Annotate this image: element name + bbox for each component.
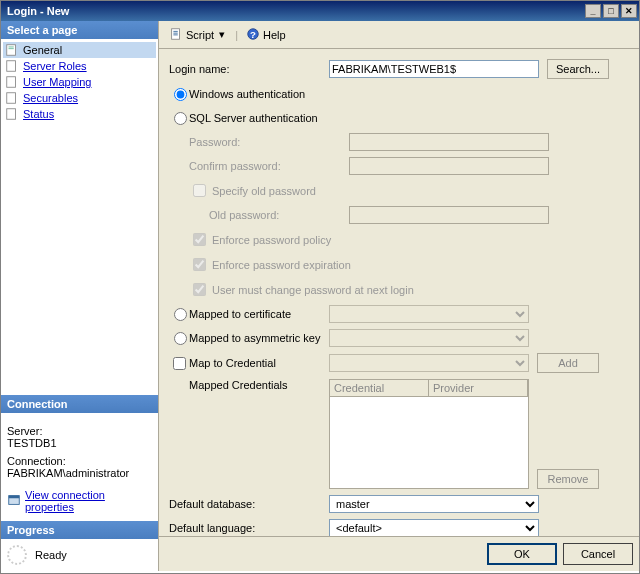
page-icon	[5, 59, 19, 73]
connection-label: Connection:	[7, 455, 152, 467]
svg-rect-6	[7, 109, 16, 120]
page-label: General	[23, 44, 62, 56]
password-label: Password:	[189, 136, 349, 148]
script-dropdown-icon[interactable]: ▾	[217, 28, 227, 41]
page-label: Securables	[23, 92, 78, 104]
svg-rect-8	[9, 496, 20, 499]
mapped-asym-select	[329, 329, 529, 347]
mapped-cert-label: Mapped to certificate	[189, 308, 329, 320]
enforce-policy-checkbox	[193, 233, 206, 246]
col-provider: Provider	[429, 380, 528, 396]
password-input	[349, 133, 549, 151]
mapped-cert-radio[interactable]	[174, 308, 187, 321]
cancel-button[interactable]: Cancel	[563, 543, 633, 565]
connection-header: Connection	[1, 395, 158, 413]
login-name-input[interactable]	[329, 60, 539, 78]
page-icon	[5, 107, 19, 121]
properties-icon	[7, 493, 21, 509]
enforce-expiration-label: Enforce password expiration	[212, 259, 351, 271]
svg-text:?: ?	[250, 28, 256, 39]
help-button[interactable]: ? Help	[242, 25, 290, 45]
server-label: Server:	[7, 425, 152, 437]
mapped-asym-radio[interactable]	[174, 332, 187, 345]
map-credential-label: Map to Credential	[189, 357, 329, 369]
svg-rect-2	[9, 48, 14, 49]
must-change-checkbox	[193, 283, 206, 296]
progress-spinner-icon	[7, 545, 27, 565]
maximize-button[interactable]: □	[603, 4, 619, 18]
remove-button: Remove	[537, 469, 599, 489]
page-icon	[5, 75, 19, 89]
page-icon	[5, 43, 19, 57]
page-label: Status	[23, 108, 54, 120]
add-button: Add	[537, 353, 599, 373]
login-name-label: Login name:	[169, 63, 329, 75]
specify-old-password-label: Specify old password	[212, 185, 316, 197]
enforce-expiration-checkbox	[193, 258, 206, 271]
page-icon	[5, 91, 19, 105]
windows-auth-label: Windows authentication	[189, 88, 305, 100]
old-password-label: Old password:	[209, 209, 349, 221]
mapped-cert-select	[329, 305, 529, 323]
map-credential-select	[329, 354, 529, 372]
view-connection-properties-link[interactable]: View connection properties	[25, 489, 152, 513]
mapped-credentials-grid: Credential Provider	[329, 379, 529, 489]
script-icon	[169, 27, 183, 43]
svg-rect-0	[7, 45, 16, 56]
page-item-user-mapping[interactable]: User Mapping	[3, 74, 156, 90]
page-label: Server Roles	[23, 60, 87, 72]
svg-rect-3	[7, 61, 16, 72]
col-credential: Credential	[330, 380, 429, 396]
window-title: Login - New	[7, 5, 585, 17]
search-button[interactable]: Search...	[547, 59, 609, 79]
enforce-policy-label: Enforce password policy	[212, 234, 331, 246]
page-item-general[interactable]: General	[3, 42, 156, 58]
progress-status: Ready	[35, 549, 67, 561]
minimize-button[interactable]: _	[585, 4, 601, 18]
sql-auth-radio[interactable]	[174, 112, 187, 125]
default-language-select[interactable]: <default>	[329, 519, 539, 536]
default-database-select[interactable]: master	[329, 495, 539, 513]
confirm-password-label: Confirm password:	[189, 160, 349, 172]
page-label: User Mapping	[23, 76, 91, 88]
select-page-header: Select a page	[1, 21, 158, 39]
page-item-server-roles[interactable]: Server Roles	[3, 58, 156, 74]
ok-button[interactable]: OK	[487, 543, 557, 565]
specify-old-password-checkbox	[193, 184, 206, 197]
script-button[interactable]: Script ▾	[165, 25, 231, 45]
progress-header: Progress	[1, 521, 158, 539]
server-value: TESTDB1	[7, 437, 152, 449]
default-language-label: Default language:	[169, 522, 329, 534]
svg-rect-9	[172, 28, 180, 39]
must-change-label: User must change password at next login	[212, 284, 414, 296]
confirm-password-input	[349, 157, 549, 175]
connection-value: FABRIKAM\administrator	[7, 467, 152, 479]
svg-rect-5	[7, 93, 16, 104]
title-bar: Login - New _ □ ✕	[1, 1, 639, 21]
sql-auth-label: SQL Server authentication	[189, 112, 318, 124]
page-item-status[interactable]: Status	[3, 106, 156, 122]
mapped-credentials-label: Mapped Credentials	[169, 379, 329, 391]
close-button[interactable]: ✕	[621, 4, 637, 18]
old-password-input	[349, 206, 549, 224]
mapped-asym-label: Mapped to asymmetric key	[189, 332, 329, 344]
svg-rect-4	[7, 77, 16, 88]
map-credential-checkbox[interactable]	[173, 357, 186, 370]
default-database-label: Default database:	[169, 498, 329, 510]
help-icon: ?	[246, 27, 260, 43]
windows-auth-radio[interactable]	[174, 88, 187, 101]
svg-rect-1	[9, 47, 14, 48]
page-item-securables[interactable]: Securables	[3, 90, 156, 106]
